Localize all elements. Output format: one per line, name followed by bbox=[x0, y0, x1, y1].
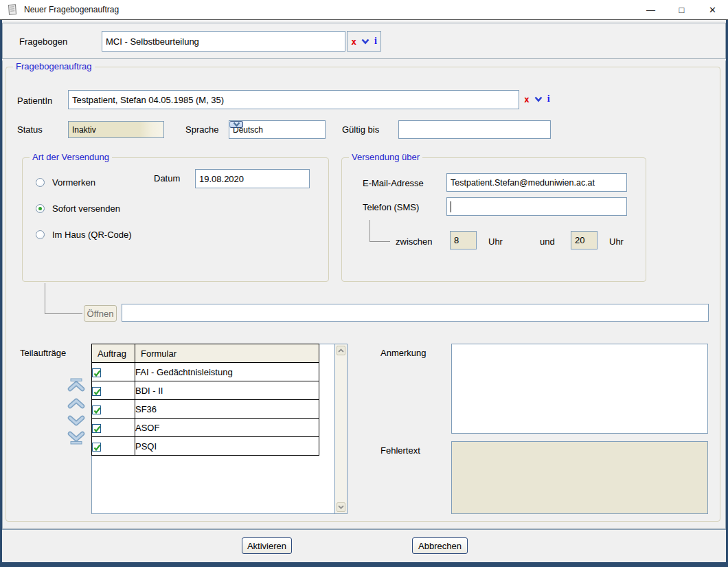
formular-cell[interactable]: SF36 bbox=[135, 400, 319, 419]
vertical-scrollbar[interactable] bbox=[334, 344, 347, 513]
table-header-row: Auftrag Formular bbox=[92, 344, 319, 363]
datum-value: 19.08.2020 bbox=[199, 174, 244, 184]
telefon-input[interactable] bbox=[446, 197, 627, 216]
text-cursor bbox=[451, 201, 451, 212]
column-header-formular[interactable]: Formular bbox=[135, 344, 319, 363]
info-icon[interactable]: i bbox=[374, 36, 377, 47]
scroll-down-button[interactable] bbox=[337, 502, 345, 512]
und-label: und bbox=[540, 236, 555, 247]
email-value: Testpatient.Stefan@meduniwien.ac.at bbox=[451, 178, 595, 188]
formular-cell[interactable]: BDI - II bbox=[135, 381, 319, 400]
move-to-top-icon[interactable] bbox=[67, 377, 85, 392]
move-to-bottom-icon[interactable] bbox=[67, 430, 85, 445]
zwischen-label: zwischen bbox=[396, 236, 432, 247]
abbrechen-button[interactable]: Abbrechen bbox=[412, 537, 468, 554]
auftrag-checkbox[interactable] bbox=[92, 368, 101, 377]
chevron-down-icon[interactable] bbox=[361, 38, 369, 45]
fragebogen-input[interactable]: MCI - Selbstbeurteilung bbox=[102, 31, 345, 52]
gueltig-bis-input[interactable] bbox=[398, 120, 551, 139]
uhr-label-1: Uhr bbox=[488, 236, 503, 247]
info-icon[interactable]: i bbox=[547, 93, 550, 104]
chevron-up-icon bbox=[338, 348, 344, 353]
sprache-select[interactable]: Deutsch bbox=[229, 120, 326, 139]
close-button[interactable]: ✕ bbox=[697, 0, 728, 19]
radio-sofort-versenden[interactable] bbox=[36, 204, 45, 213]
clear-icon[interactable]: x bbox=[524, 94, 530, 104]
bottom-separator bbox=[2, 529, 726, 530]
versendung-ueber-title: Versendung über bbox=[349, 152, 422, 162]
email-input[interactable]: Testpatient.Stefan@meduniwien.ac.at bbox=[446, 173, 627, 192]
radio-im-haus[interactable] bbox=[36, 230, 45, 239]
checkmark-icon bbox=[93, 443, 102, 452]
link-path-input[interactable] bbox=[122, 304, 709, 322]
table-row[interactable]: ASOF bbox=[92, 419, 319, 437]
bis-uhr-value: 20 bbox=[575, 235, 584, 245]
datum-input[interactable]: 19.08.2020 bbox=[195, 169, 310, 188]
auftrag-cell bbox=[92, 363, 135, 381]
auftrag-cell bbox=[92, 381, 135, 400]
checkmark-icon bbox=[93, 425, 102, 434]
auftrag-checkbox[interactable] bbox=[92, 405, 101, 414]
datum-label: Datum bbox=[154, 173, 180, 184]
notepad-icon bbox=[6, 3, 19, 16]
radio-sofort-versenden-label: Sofort versenden bbox=[52, 203, 120, 214]
minimize-button[interactable]: — bbox=[635, 0, 666, 19]
chevron-down-icon bbox=[338, 505, 344, 509]
checkmark-icon bbox=[93, 369, 102, 378]
auftrag-checkbox[interactable] bbox=[92, 424, 101, 433]
sprache-dropdown-button[interactable] bbox=[229, 121, 243, 128]
column-header-auftrag[interactable]: Auftrag bbox=[92, 344, 135, 363]
dialog-window: Neuer Fragebogenauftrag — □ ✕ Fragebogen… bbox=[0, 0, 728, 567]
chevron-down-icon[interactable] bbox=[534, 96, 543, 102]
oeffnen-button[interactable]: Öffnen bbox=[84, 305, 117, 322]
chevron-down-icon bbox=[233, 122, 240, 127]
auftrag-checkbox[interactable] bbox=[92, 387, 101, 396]
title-bar: Neuer Fragebogenauftrag — □ ✕ bbox=[0, 0, 728, 20]
fragebogen-label: Fragebogen bbox=[19, 36, 67, 47]
move-up-icon[interactable] bbox=[67, 396, 85, 411]
telefon-label: Telefon (SMS) bbox=[363, 202, 419, 212]
fragebogen-value: MCI - Selbstbeurteilung bbox=[106, 36, 199, 47]
teilauftraege-table: Auftrag Formular FAI - Gedächtnisleistun… bbox=[91, 344, 319, 456]
maximize-button[interactable]: □ bbox=[666, 0, 697, 19]
von-uhr-value: 8 bbox=[454, 235, 459, 245]
patient-value: Testpatient, Stefan 04.05.1985 (M, 35) bbox=[72, 95, 224, 105]
status-label: Status bbox=[17, 124, 43, 135]
scroll-up-button[interactable] bbox=[337, 346, 345, 355]
von-uhr-field: 8 bbox=[450, 231, 477, 249]
patient-label: PatientIn bbox=[17, 96, 52, 106]
radio-vormerken-label: Vormerken bbox=[52, 177, 95, 188]
art-der-versendung-title: Art der Versendung bbox=[30, 152, 112, 162]
sprache-value: Deutsch bbox=[229, 125, 325, 135]
formular-cell[interactable]: PSQI bbox=[135, 437, 319, 456]
aktivieren-button[interactable]: Aktivieren bbox=[242, 537, 292, 554]
patient-icon-group: x i bbox=[524, 93, 550, 104]
table-row[interactable]: BDI - II bbox=[92, 381, 319, 400]
clear-icon[interactable]: x bbox=[351, 36, 356, 47]
fragebogen-panel: Fragebogen MCI - Selbstbeurteilung x i bbox=[2, 23, 726, 59]
window-frame-bottom bbox=[0, 562, 728, 567]
status-field: Inaktiv bbox=[68, 121, 164, 138]
move-down-icon[interactable] bbox=[67, 413, 85, 428]
table-row[interactable]: PSQI bbox=[92, 437, 319, 456]
anmerkung-label: Anmerkung bbox=[380, 348, 426, 358]
teilauftraege-list: Auftrag Formular FAI - Gedächtnisleistun… bbox=[91, 344, 348, 514]
bis-uhr-field: 20 bbox=[571, 231, 598, 249]
email-label: E-Mail-Adresse bbox=[363, 178, 424, 188]
table-row[interactable]: SF36 bbox=[92, 400, 319, 419]
gueltig-bis-label: Gültig bis bbox=[342, 124, 379, 135]
formular-cell[interactable]: FAI - Gedächtnisleistung bbox=[135, 363, 319, 381]
formular-cell[interactable]: ASOF bbox=[135, 419, 319, 437]
fragebogenauftrag-title: Fragebogenauftrag bbox=[13, 61, 95, 71]
connector-line bbox=[369, 220, 390, 242]
status-value: Inaktiv bbox=[72, 125, 96, 135]
fehlertext-textarea bbox=[451, 441, 708, 514]
auftrag-checkbox[interactable] bbox=[92, 443, 101, 452]
patient-input[interactable]: Testpatient, Stefan 04.05.1985 (M, 35) bbox=[68, 90, 519, 109]
table-row[interactable]: FAI - Gedächtnisleistung bbox=[92, 363, 319, 381]
anmerkung-textarea[interactable] bbox=[451, 344, 708, 434]
window-frame-left bbox=[0, 20, 2, 567]
radio-vormerken[interactable] bbox=[36, 178, 45, 187]
uhr-label-2: Uhr bbox=[609, 236, 624, 247]
fragebogen-icon-box: x i bbox=[347, 31, 381, 52]
